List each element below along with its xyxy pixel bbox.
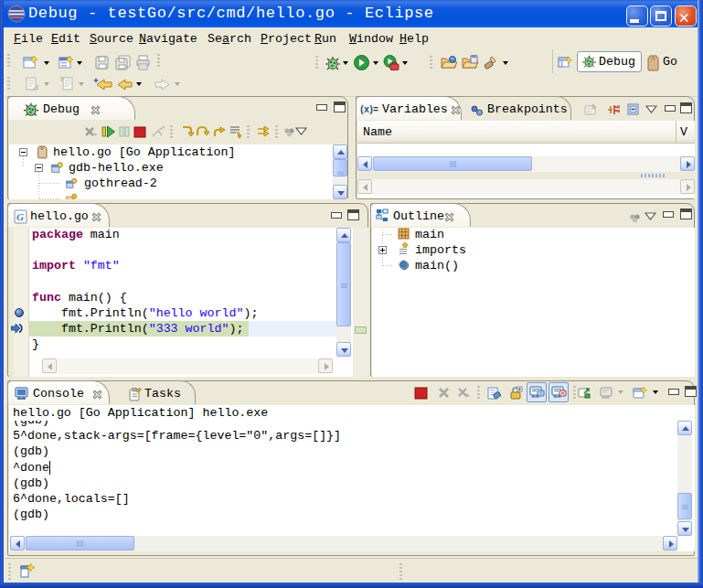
svg-text:G: G [16,211,24,222]
